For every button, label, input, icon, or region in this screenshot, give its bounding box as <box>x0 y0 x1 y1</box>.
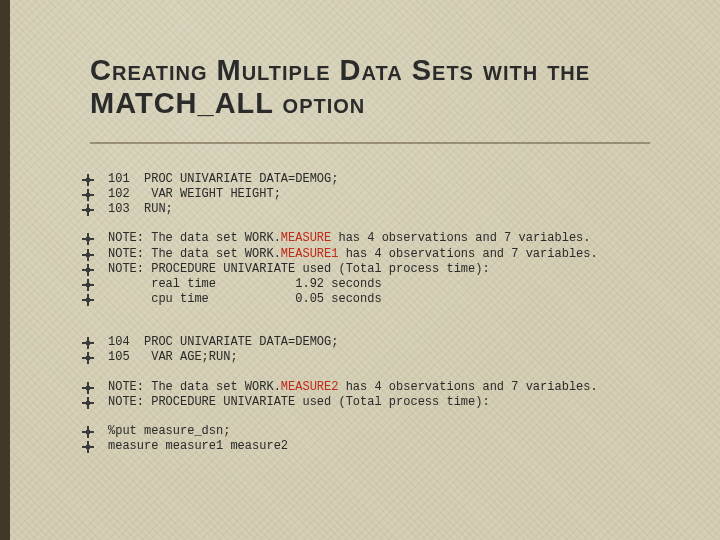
note-text: NOTE: The data set WORK.MEASURE2 has 4 o… <box>108 380 598 394</box>
code-text: 102 VAR WEIGHT HEIGHT; <box>108 187 281 201</box>
note-suffix: has 4 observations and 7 variables. <box>338 247 597 261</box>
log-note: NOTE: The data set WORK.MEASURE has 4 ob… <box>82 231 708 245</box>
bullet-icon <box>82 247 108 261</box>
slide-left-border <box>0 0 10 540</box>
code-text: 105 VAR AGE;RUN; <box>108 350 238 364</box>
log-note: cpu time 0.05 seconds <box>82 292 708 306</box>
dataset-name: MEASURE <box>281 231 331 245</box>
code-text: 104 PROC UNIVARIATE DATA=DEMOG; <box>108 335 338 349</box>
bullet-icon <box>82 439 108 453</box>
code-line: 101 PROC UNIVARIATE DATA=DEMOG; <box>82 172 708 186</box>
code-line: 105 VAR AGE;RUN; <box>82 350 708 364</box>
note-text: NOTE: The data set WORK.MEASURE has 4 ob… <box>108 231 591 245</box>
note-prefix: NOTE: The data set WORK. <box>108 247 281 261</box>
bullet-icon <box>82 380 108 394</box>
title-underline <box>90 142 650 144</box>
code-line: 102 VAR WEIGHT HEIGHT; <box>82 187 708 201</box>
macro-output-text: measure measure1 measure2 <box>108 439 288 453</box>
bullet-icon <box>82 172 108 186</box>
log-note: NOTE: PROCEDURE UNIVARIATE used (Total p… <box>82 395 708 409</box>
log-note: NOTE: PROCEDURE UNIVARIATE used (Total p… <box>82 262 708 276</box>
note-text: cpu time 0.05 seconds <box>108 292 382 306</box>
bullet-icon <box>82 335 108 349</box>
dataset-name: MEASURE2 <box>281 380 339 394</box>
log-note: NOTE: The data set WORK.MEASURE1 has 4 o… <box>82 247 708 261</box>
bullet-icon <box>82 202 108 216</box>
bullet-icon <box>82 292 108 306</box>
dataset-name: MEASURE1 <box>281 247 339 261</box>
note-suffix: has 4 observations and 7 variables. <box>331 231 590 245</box>
bullet-icon <box>82 424 108 438</box>
bullet-icon <box>82 395 108 409</box>
note-text: NOTE: PROCEDURE UNIVARIATE used (Total p… <box>108 262 490 276</box>
slide-title: Creating Multiple Data Sets with the MAT… <box>90 54 700 121</box>
code-line: 104 PROC UNIVARIATE DATA=DEMOG; <box>82 335 708 349</box>
note-text: NOTE: PROCEDURE UNIVARIATE used (Total p… <box>108 395 490 409</box>
log-note: NOTE: The data set WORK.MEASURE2 has 4 o… <box>82 380 708 394</box>
bullet-icon <box>82 187 108 201</box>
bullet-icon <box>82 350 108 364</box>
slide-body: 101 PROC UNIVARIATE DATA=DEMOG; 102 VAR … <box>82 172 708 454</box>
note-prefix: NOTE: The data set WORK. <box>108 231 281 245</box>
bullet-icon <box>82 262 108 276</box>
macro-line: %put measure_dsn; <box>82 424 708 438</box>
note-prefix: NOTE: The data set WORK. <box>108 380 281 394</box>
note-text: real time 1.92 seconds <box>108 277 382 291</box>
log-note: real time 1.92 seconds <box>82 277 708 291</box>
note-suffix: has 4 observations and 7 variables. <box>338 380 597 394</box>
bullet-icon <box>82 231 108 245</box>
note-text: NOTE: The data set WORK.MEASURE1 has 4 o… <box>108 247 598 261</box>
code-line: 103 RUN; <box>82 202 708 216</box>
bullet-icon <box>82 277 108 291</box>
macro-text: %put measure_dsn; <box>108 424 230 438</box>
code-text: 103 RUN; <box>108 202 173 216</box>
code-text: 101 PROC UNIVARIATE DATA=DEMOG; <box>108 172 338 186</box>
macro-output: measure measure1 measure2 <box>82 439 708 453</box>
